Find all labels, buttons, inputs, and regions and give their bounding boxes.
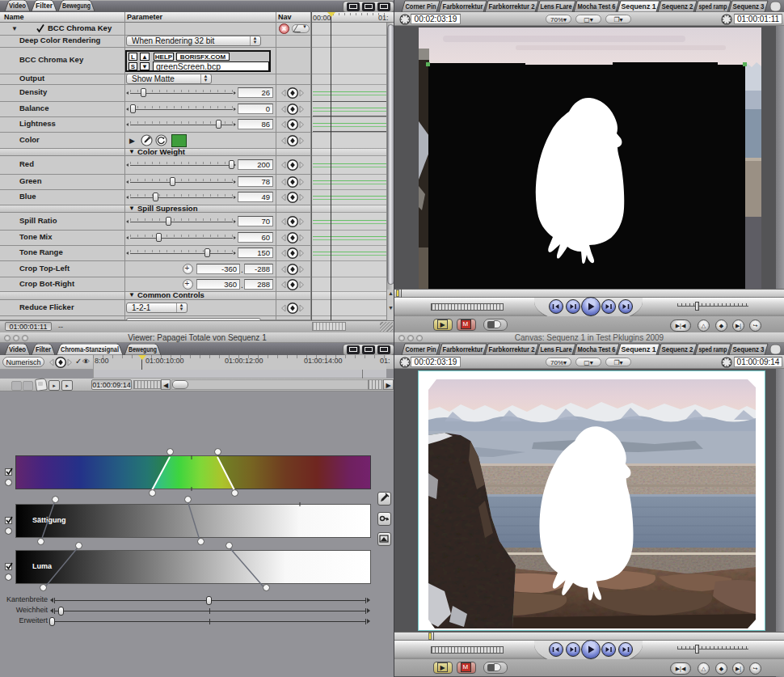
svg-text:Farbkorrektur: Farbkorrektur: [443, 345, 484, 353]
svg-text:Video: Video: [9, 2, 26, 10]
svg-text:Sequenz 3: Sequenz 3: [733, 345, 765, 353]
svg-text:Filter: Filter: [36, 345, 52, 353]
svg-text:Lens FLare: Lens FLare: [541, 2, 572, 11]
svg-text:sped ramp: sped ramp: [699, 345, 727, 353]
svg-text:Sequenz 2: Sequenz 2: [662, 345, 693, 353]
svg-text:Corner Pin: Corner Pin: [406, 345, 436, 353]
svg-text:Farbkorrektur 2: Farbkorrektur 2: [489, 345, 535, 353]
svg-text:Video: Video: [9, 345, 26, 353]
svg-text:Chroma-Stanzsignal: Chroma-Stanzsignal: [61, 345, 119, 353]
svg-text:sped ramp: sped ramp: [699, 2, 727, 11]
svg-text:Bewegung: Bewegung: [129, 345, 157, 353]
svg-text:Sequenz 3: Sequenz 3: [733, 2, 765, 11]
svg-text:Farbkorrektur 2: Farbkorrektur 2: [489, 2, 535, 11]
svg-text:Sequenz 1: Sequenz 1: [622, 2, 656, 11]
svg-text:Mocha Test 6: Mocha Test 6: [578, 345, 616, 353]
svg-text:Bewegung: Bewegung: [62, 2, 91, 10]
svg-text:Mocha Test 6: Mocha Test 6: [578, 2, 616, 11]
svg-text:Sequenz 2: Sequenz 2: [662, 2, 693, 11]
svg-text:Sequenz 1: Sequenz 1: [622, 345, 656, 353]
svg-text:Corner Pin: Corner Pin: [406, 2, 436, 11]
svg-text:Farbkorrektur: Farbkorrektur: [443, 2, 484, 11]
svg-text:Lens FLare: Lens FLare: [541, 345, 572, 353]
svg-text:Filter: Filter: [36, 2, 53, 10]
